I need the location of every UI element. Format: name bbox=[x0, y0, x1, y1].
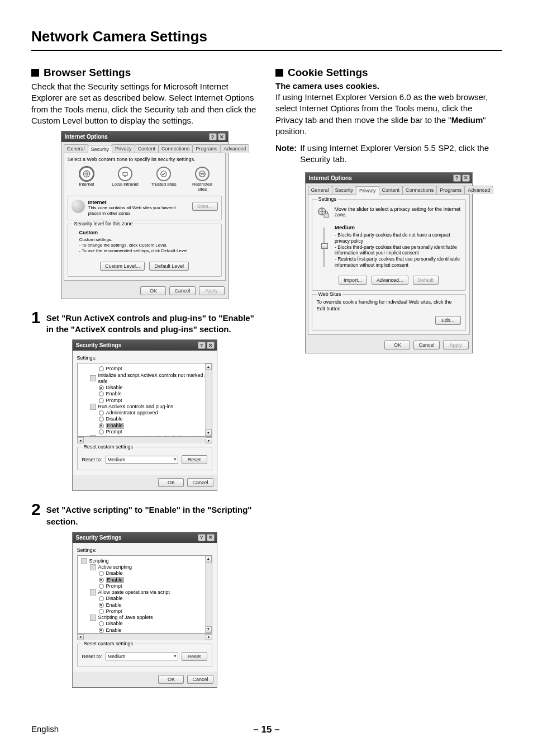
radio-icon[interactable] bbox=[99, 410, 104, 415]
radio-icon[interactable] bbox=[99, 621, 104, 626]
privacy-move-text: Move the slider to select a privacy sett… bbox=[335, 206, 461, 218]
close-icon[interactable]: ✕ bbox=[462, 174, 470, 182]
scroll-up-icon[interactable]: ▴ bbox=[206, 556, 212, 563]
radio-icon[interactable] bbox=[99, 571, 104, 576]
group-icon bbox=[90, 375, 96, 381]
help-icon[interactable]: ? bbox=[198, 534, 206, 541]
sites-button[interactable]: Sites... bbox=[192, 202, 218, 211]
advanced-button[interactable]: Advanced... bbox=[372, 276, 408, 285]
privacy-settings-group: Settings Move the slider to select a pri… bbox=[312, 199, 466, 291]
tab-connections[interactable]: Connections bbox=[402, 186, 437, 194]
zone-internet[interactable]: Internet bbox=[72, 167, 102, 192]
radio-icon[interactable] bbox=[99, 584, 104, 589]
tab-general[interactable]: General bbox=[308, 186, 332, 194]
zone-trusted-sites[interactable]: Trusted sites bbox=[149, 167, 179, 192]
help-icon[interactable]: ? bbox=[209, 133, 217, 140]
reset-level-select[interactable]: Medium bbox=[106, 456, 178, 464]
radio-icon[interactable] bbox=[99, 423, 104, 428]
apply-button[interactable]: Apply bbox=[199, 286, 225, 295]
radio-icon[interactable] bbox=[99, 417, 104, 422]
scroll-right-icon[interactable]: ▸ bbox=[206, 634, 212, 640]
ok-button[interactable]: OK bbox=[158, 675, 184, 684]
radio-icon[interactable] bbox=[99, 398, 104, 403]
settings-tree[interactable]: Prompt Initialize and script ActiveX con… bbox=[77, 363, 212, 437]
globe-icon bbox=[79, 167, 94, 181]
security-settings-dialog-1: Security Settings ? ✕ Settings: Prompt I… bbox=[72, 339, 217, 491]
close-icon[interactable]: ✕ bbox=[218, 133, 226, 140]
radio-icon[interactable] bbox=[99, 429, 104, 434]
default-level-button[interactable]: Default Level bbox=[149, 262, 189, 271]
zone-list: Internet Local intranet Tr bbox=[68, 164, 222, 193]
ok-button[interactable]: OK bbox=[158, 478, 184, 487]
dialog-body: Settings: Scripting Active scripting Dis… bbox=[73, 543, 217, 672]
reset-level-select[interactable]: Medium bbox=[106, 653, 178, 660]
tab-advanced[interactable]: Advanced bbox=[220, 144, 249, 153]
dialog-body: Select a Web content zone to specify its… bbox=[64, 153, 226, 281]
radio-icon[interactable] bbox=[99, 628, 104, 633]
privacy-level-name: Medium bbox=[335, 224, 461, 231]
group-scripting: Scripting bbox=[89, 558, 109, 564]
scroll-left-icon[interactable]: ◂ bbox=[77, 437, 84, 443]
option-disable: Disable bbox=[106, 570, 123, 577]
scroll-down-icon[interactable]: ▾ bbox=[206, 429, 212, 436]
zone-restricted-sites[interactable]: Restricted sites bbox=[187, 167, 217, 192]
option-disable: Disable bbox=[106, 416, 123, 422]
radio-icon[interactable] bbox=[99, 603, 104, 608]
radio-icon[interactable] bbox=[99, 366, 104, 371]
tab-content[interactable]: Content bbox=[135, 144, 159, 153]
default-button[interactable]: Default bbox=[413, 276, 439, 285]
tab-content[interactable]: Content bbox=[379, 186, 403, 194]
tab-privacy[interactable]: Privacy bbox=[356, 186, 379, 195]
help-icon[interactable]: ? bbox=[198, 342, 206, 349]
tab-programs[interactable]: Programs bbox=[192, 144, 221, 153]
radio-icon[interactable] bbox=[99, 578, 104, 583]
tab-security[interactable]: Security bbox=[88, 145, 113, 153]
vertical-scrollbar[interactable]: ▴ ▾ bbox=[205, 363, 212, 436]
import-button[interactable]: Import... bbox=[339, 276, 367, 285]
vertical-scrollbar[interactable]: ▴ ▾ bbox=[205, 556, 212, 633]
dialog-title: Security Settings bbox=[76, 535, 122, 541]
privacy-bullet-3: - Restricts first-party cookies that use… bbox=[335, 256, 461, 268]
document-page: Network Camera Settings Browser Settings… bbox=[0, 0, 533, 710]
dialog-body: Settings Move the slider to select a pri… bbox=[308, 194, 470, 335]
close-icon[interactable]: ✕ bbox=[207, 534, 215, 541]
cancel-button[interactable]: Cancel bbox=[187, 675, 213, 684]
scroll-right-icon[interactable]: ▸ bbox=[206, 437, 212, 443]
scroll-down-icon[interactable]: ▾ bbox=[206, 626, 212, 633]
ok-button[interactable]: OK bbox=[140, 286, 166, 295]
radio-icon[interactable] bbox=[99, 609, 104, 614]
group-icon bbox=[90, 404, 96, 410]
tab-programs[interactable]: Programs bbox=[436, 186, 465, 194]
group-initialize-activex: Initialize and script ActiveX controls n… bbox=[98, 372, 211, 385]
zone-local-intranet[interactable]: Local intranet bbox=[110, 167, 140, 192]
custom-level-button[interactable]: Custom Level... bbox=[100, 262, 145, 271]
horizontal-scrollbar[interactable]: ◂ ▸ bbox=[77, 634, 212, 640]
option-disable: Disable bbox=[106, 621, 123, 627]
tab-privacy[interactable]: Privacy bbox=[112, 144, 135, 153]
ok-button[interactable]: OK bbox=[384, 341, 410, 349]
svg-rect-7 bbox=[323, 213, 328, 217]
tab-advanced[interactable]: Advanced bbox=[464, 186, 493, 194]
help-icon[interactable]: ? bbox=[453, 174, 461, 182]
close-icon[interactable]: ✕ bbox=[207, 342, 215, 349]
privacy-slider[interactable] bbox=[322, 228, 327, 267]
slider-thumb-icon[interactable] bbox=[321, 243, 328, 249]
radio-icon[interactable] bbox=[99, 391, 104, 396]
scroll-up-icon[interactable]: ▴ bbox=[206, 363, 212, 370]
horizontal-scrollbar[interactable]: ◂ ▸ bbox=[77, 437, 212, 443]
scroll-left-icon[interactable]: ◂ bbox=[77, 634, 84, 640]
tab-security[interactable]: Security bbox=[332, 186, 357, 194]
cancel-button[interactable]: Cancel bbox=[187, 478, 213, 487]
cancel-button[interactable]: Cancel bbox=[169, 286, 195, 295]
reset-button[interactable]: Reset bbox=[182, 455, 207, 464]
apply-button[interactable]: Apply bbox=[443, 341, 469, 349]
cancel-button[interactable]: Cancel bbox=[413, 341, 439, 349]
edit-button[interactable]: Edit... bbox=[435, 316, 461, 325]
radio-icon[interactable] bbox=[99, 385, 104, 390]
tab-connections[interactable]: Connections bbox=[158, 144, 193, 153]
radio-icon[interactable] bbox=[99, 596, 104, 601]
security-level-group: Security level for this zone Custom Cust… bbox=[68, 224, 222, 277]
settings-tree[interactable]: Scripting Active scripting Disable Enabl… bbox=[77, 555, 212, 634]
tab-general[interactable]: General bbox=[64, 144, 88, 153]
reset-button[interactable]: Reset bbox=[182, 652, 207, 661]
